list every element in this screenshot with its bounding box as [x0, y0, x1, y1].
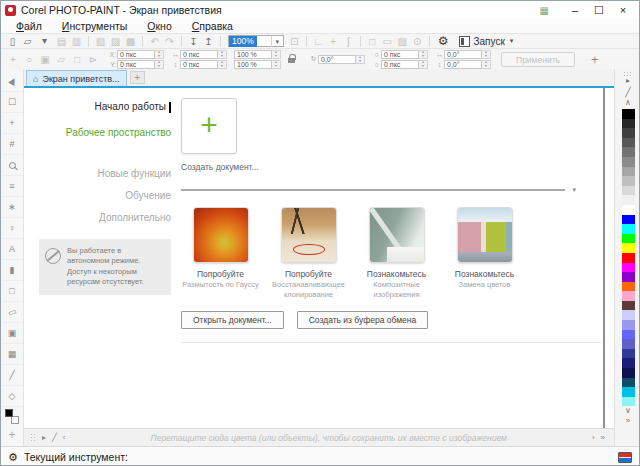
nav-item-new-features[interactable]: Новые функции: [39, 168, 171, 179]
cut-button[interactable]: ▧: [93, 33, 108, 49]
redo-button[interactable]: ↷: [162, 33, 177, 49]
new-tab-button[interactable]: +: [130, 71, 145, 84]
color-swatch[interactable]: [622, 358, 635, 368]
rotation-angle-spinner[interactable]: ▴▾: [356, 55, 365, 64]
rectangle-tool[interactable]: □: [2, 281, 23, 302]
color-swatch[interactable]: [622, 157, 635, 167]
add-tool-button[interactable]: +: [8, 428, 15, 442]
chevron-down-icon[interactable]: ▾: [271, 36, 283, 47]
object-transparency-tool[interactable]: ▣: [2, 323, 23, 344]
skew-y-input[interactable]: 0,0°: [444, 60, 482, 69]
color-swatch[interactable]: [622, 368, 635, 378]
paper-size-button[interactable]: ▭: [380, 33, 395, 49]
new-document-button[interactable]: ▯: [5, 33, 20, 49]
clone-tool[interactable]: ≡: [2, 176, 23, 197]
color-swatch[interactable]: [622, 349, 635, 359]
object-height-input[interactable]: 0 пкс: [180, 60, 218, 69]
rotation-angle-input[interactable]: 0,0°: [318, 55, 356, 64]
card-thumbnail[interactable]: [369, 207, 425, 263]
options-gear-icon[interactable]: ⚙: [438, 34, 449, 48]
menu-tools[interactable]: Инструменты: [52, 19, 137, 33]
chevron-down-icon[interactable]: ▾: [572, 186, 576, 194]
card-thumbnail[interactable]: [281, 207, 337, 263]
eyedropper-icon[interactable]: ╱: [625, 86, 630, 98]
card-thumbnail[interactable]: [193, 207, 249, 263]
color-swatch[interactable]: [622, 378, 635, 388]
scroll-up-icon[interactable]: ∧: [625, 98, 631, 108]
color-swatch[interactable]: [622, 272, 635, 282]
zoom-level-combobox[interactable]: 100% ▾: [228, 35, 284, 47]
nav-item-more[interactable]: Дополнительно: [39, 212, 171, 223]
flag-mode-button[interactable]: ⊳: [85, 51, 101, 67]
color-swatch[interactable]: [622, 147, 635, 157]
paste-button[interactable]: ▩: [123, 33, 138, 49]
fill-tool[interactable]: ▦: [2, 344, 23, 365]
grid-button[interactable]: ʃ: [341, 33, 356, 49]
create-from-clipboard-button[interactable]: Создать из буфера обмена: [297, 311, 428, 329]
open-document-button[interactable]: ▱: [20, 33, 35, 49]
rotate-mode-button[interactable]: ○: [21, 51, 37, 67]
add-node-button[interactable]: +: [5, 51, 21, 67]
undo-button[interactable]: ↶: [147, 33, 162, 49]
color-swatch[interactable]: [622, 186, 635, 196]
mask-transform-tool[interactable]: +: [2, 113, 23, 134]
image-rotate-button[interactable]: ⊙: [410, 33, 425, 49]
object-height-spinner[interactable]: ▴▾: [218, 60, 227, 69]
guidelines-button[interactable]: +: [326, 33, 341, 49]
scale-y-spinner[interactable]: ▴▾: [272, 60, 281, 69]
import-button[interactable]: ↧: [186, 33, 201, 49]
color-swatch[interactable]: [622, 128, 635, 138]
rotation-center-x-spinner[interactable]: ▴▾: [419, 50, 428, 59]
color-swatch[interactable]: [622, 119, 635, 129]
rectangle-mask-tool[interactable]: ☐: [2, 92, 23, 113]
save-button[interactable]: ▤: [54, 33, 69, 49]
color-swatch[interactable]: [622, 224, 635, 234]
color-swatch[interactable]: [622, 205, 635, 215]
color-swatch[interactable]: [622, 138, 635, 148]
color-swatch[interactable]: [622, 320, 635, 330]
x-position-spinner[interactable]: ▴▾: [155, 50, 164, 59]
copy-button[interactable]: ▨: [108, 33, 123, 49]
text-tool[interactable]: A: [2, 239, 23, 260]
tab-welcome-screen[interactable]: ⌂ Экран приветств...: [26, 70, 127, 86]
menu-window[interactable]: Окно: [137, 19, 181, 33]
launch-button[interactable]: Запуск ▾: [459, 36, 514, 47]
image-resample-button[interactable]: □: [365, 33, 380, 49]
zoom-level-value[interactable]: 100%: [229, 36, 257, 47]
strip-grip-handle[interactable]: [30, 433, 35, 442]
color-proof-icon[interactable]: [618, 452, 632, 463]
effect-tool[interactable]: ∗: [2, 197, 23, 218]
nav-item-learning[interactable]: Обучение: [39, 190, 171, 201]
color-swatch[interactable]: [622, 330, 635, 340]
color-swatch[interactable]: [622, 195, 635, 205]
apply-button[interactable]: Применить: [501, 52, 575, 67]
close-button[interactable]: ×: [611, 1, 635, 19]
feature-card-0[interactable]: ПопробуйтеРазмытость по Гауссу: [181, 207, 260, 300]
open-document-button[interactable]: Открыть документ...: [181, 311, 284, 329]
zoom-combobox-field[interactable]: [257, 36, 271, 46]
chevron-down-icon[interactable]: ▾: [510, 37, 514, 45]
create-document-card[interactable]: +: [181, 98, 237, 154]
open-dropdown-button[interactable]: ▾: [37, 34, 52, 49]
color-swatch[interactable]: [622, 387, 635, 397]
zoom-tool[interactable]: [2, 155, 23, 176]
color-swatch[interactable]: [622, 397, 635, 407]
status-gear-icon[interactable]: ⚙: [8, 451, 18, 464]
skew-y-spinner[interactable]: ▴▾: [482, 60, 491, 69]
object-width-spinner[interactable]: ▴▾: [218, 50, 227, 59]
background-color-swatch[interactable]: [11, 416, 19, 424]
vertical-scrollbar[interactable]: [603, 88, 605, 428]
x-position-input[interactable]: 0 пкс: [117, 50, 155, 59]
palette-expand-icon[interactable]: »: [626, 416, 630, 426]
export-button[interactable]: ↥: [201, 33, 216, 49]
eraser-tool[interactable]: ▭: [2, 302, 23, 323]
color-swatch[interactable]: [622, 234, 635, 244]
full-screen-preview-button[interactable]: ⊡: [287, 33, 302, 49]
minimize-button[interactable]: –: [563, 1, 587, 19]
whats-new-icon[interactable]: ▦: [540, 5, 549, 16]
color-swatch[interactable]: [622, 253, 635, 263]
nav-item-get-started[interactable]: Начало работы: [39, 101, 171, 113]
lock-icon[interactable]: [287, 54, 296, 64]
crop-tool[interactable]: #: [2, 134, 23, 155]
y-position-input[interactable]: 0 пкс: [117, 60, 155, 69]
